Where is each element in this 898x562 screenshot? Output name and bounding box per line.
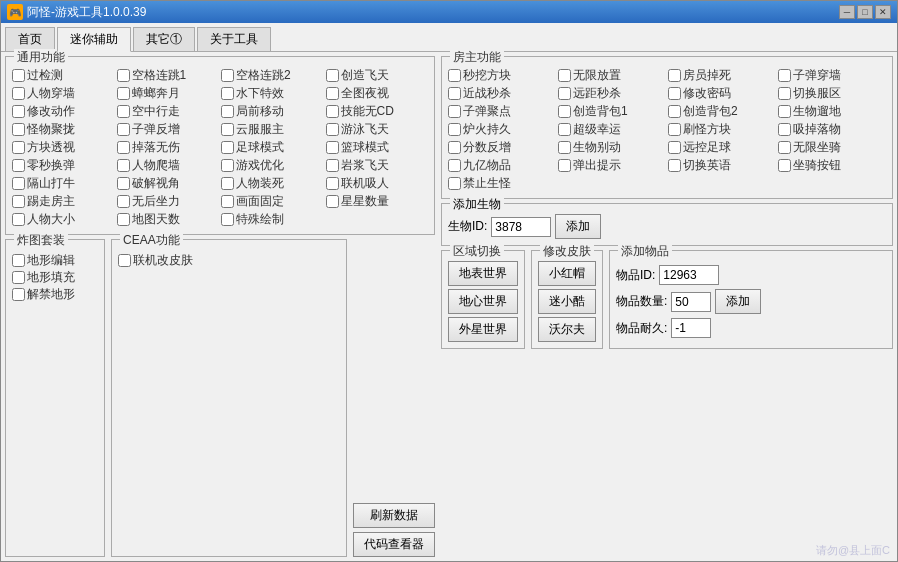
cb-quantuangyeshi[interactable]	[326, 87, 339, 100]
cb-wuxianzuoji[interactable]	[778, 141, 791, 154]
refresh-button[interactable]: 刷新数据	[353, 503, 435, 528]
cb-miaowafangkuai[interactable]	[448, 69, 461, 82]
cb-jiuyi-wupin[interactable]	[448, 159, 461, 172]
cb-jiejindixing[interactable]	[12, 288, 25, 301]
maximize-button[interactable]: □	[857, 5, 873, 19]
cb-zidanchuanqiang[interactable]	[778, 69, 791, 82]
tab-about[interactable]: 关于工具	[197, 27, 271, 51]
checkbox-chuangzaobao1: 创造背包1	[558, 103, 666, 120]
tab-bar: 首页 迷你辅助 其它① 关于工具	[1, 23, 897, 52]
cb-renwuchuanqiang[interactable]	[12, 87, 25, 100]
cb-yunfuwuzhu[interactable]	[221, 123, 234, 136]
region-underground-button[interactable]: 地心世界	[448, 289, 518, 314]
cb-zidanfanzeng[interactable]	[117, 123, 130, 136]
cb-guaiwujulou[interactable]	[12, 123, 25, 136]
cb-chuangzaobao1[interactable]	[558, 105, 571, 118]
skin-wolfu-button[interactable]: 沃尔夫	[538, 317, 596, 342]
checkbox-yuankong-zuqiu: 远控足球	[668, 139, 776, 156]
code-viewer-button[interactable]: 代码查看器	[353, 532, 435, 557]
checkbox-jinzhanmiaosha: 近战秒杀	[448, 85, 556, 102]
cb-kongzhongxingzou[interactable]	[117, 105, 130, 118]
cb-konggeti1[interactable]	[117, 69, 130, 82]
cb-wuxianfangzhi[interactable]	[558, 69, 571, 82]
cb-shuixiatexiao[interactable]	[221, 87, 234, 100]
cb-zhanglanbengyue[interactable]	[117, 87, 130, 100]
cb-luhuo-jijiu[interactable]	[448, 123, 461, 136]
region-surface-button[interactable]: 地表世界	[448, 261, 518, 286]
skin-xiaohongmao-button[interactable]: 小红帽	[538, 261, 596, 286]
minimize-button[interactable]: ─	[839, 5, 855, 19]
tab-home[interactable]: 首页	[5, 27, 55, 51]
creature-id-input[interactable]	[491, 217, 551, 237]
add-creature-button[interactable]: 添加	[555, 214, 601, 239]
cb-teshuhuizhi[interactable]	[221, 213, 234, 226]
cb-tizouzhuzhu[interactable]	[12, 195, 25, 208]
cb-chaoji-xingyun[interactable]	[558, 123, 571, 136]
tab-mini-assist[interactable]: 迷你辅助	[57, 27, 131, 52]
cb-zuoji-anniu[interactable]	[778, 159, 791, 172]
cb-pojiesijiao[interactable]	[117, 177, 130, 190]
cb-geshandaniu[interactable]	[12, 177, 25, 190]
cb-fangyuandiaosi[interactable]	[668, 69, 681, 82]
cb-jinzhanmiaosha[interactable]	[448, 87, 461, 100]
item-id-input[interactable]	[659, 265, 719, 285]
cb-xi-diaoluowu[interactable]	[778, 123, 791, 136]
cb-lianjiigaipifu[interactable]	[118, 254, 131, 267]
close-button[interactable]: ✕	[875, 5, 891, 19]
cb-yuanjumiaosha[interactable]	[558, 87, 571, 100]
creature-id-label: 生物ID:	[448, 218, 487, 235]
cb-dixingtianchong[interactable]	[12, 271, 25, 284]
cb-shuaguai-fangkuai[interactable]	[668, 123, 681, 136]
cb-tanchu-tishi[interactable]	[558, 159, 571, 172]
region-alien-button[interactable]: 外星世界	[448, 317, 518, 342]
bomb-group-title: 炸图套装	[14, 232, 68, 249]
cb-shengwusoudi[interactable]	[778, 105, 791, 118]
checkbox-diaoluowushang: 掉落无伤	[117, 139, 220, 156]
skin-mixiaoku-button[interactable]: 迷小酷	[538, 289, 596, 314]
checkbox-lianjiixiren: 联机吸人	[326, 175, 429, 192]
add-creature-section: 添加生物 生物ID: 添加	[441, 203, 893, 246]
bomb-group: 炸图套装 地形编辑 地形填充 解禁地形	[5, 239, 105, 557]
cb-renwuzhuangsi[interactable]	[221, 177, 234, 190]
cb-ditutianshi[interactable]	[117, 213, 130, 226]
cb-yanjiangfeitai[interactable]	[326, 159, 339, 172]
cb-renwupaiqiang[interactable]	[117, 159, 130, 172]
cb-diaoluowushang[interactable]	[117, 141, 130, 154]
cb-xingxingshuliang[interactable]	[326, 195, 339, 208]
cb-qiehuan-yingyu[interactable]	[668, 159, 681, 172]
cb-zuqiumoshi[interactable]	[221, 141, 234, 154]
cb-qiehuan-fuqu[interactable]	[778, 87, 791, 100]
cb-yuankong-zuqiu[interactable]	[668, 141, 681, 154]
checkbox-tanchu-tishi: 弹出提示	[558, 157, 666, 174]
cb-chuangzaofeitai[interactable]	[326, 69, 339, 82]
cb-youyongfeitai[interactable]	[326, 123, 339, 136]
checkbox-jinengwucd: 技能无CD	[326, 103, 429, 120]
cb-xiugaimima[interactable]	[668, 87, 681, 100]
checkbox-luhuo-jijiu: 炉火持久	[448, 121, 556, 138]
cb-jingzhishengguai[interactable]	[448, 177, 461, 190]
cb-shengwubiiedong[interactable]	[558, 141, 571, 154]
cb-lingmiaohuandan[interactable]	[12, 159, 25, 172]
cb-lianjiixiren[interactable]	[326, 177, 339, 190]
cb-wuhoulizhuo[interactable]	[117, 195, 130, 208]
cb-chuangzaobao2[interactable]	[668, 105, 681, 118]
tab-other[interactable]: 其它①	[133, 27, 195, 51]
cb-dixingbianji[interactable]	[12, 254, 25, 267]
cb-lanqiumoshi[interactable]	[326, 141, 339, 154]
cb-huamianfixed[interactable]	[221, 195, 234, 208]
cb-renwudaxiao[interactable]	[12, 213, 25, 226]
cb-juqiangyidong[interactable]	[221, 105, 234, 118]
cb-xiugaidongzuo[interactable]	[12, 105, 25, 118]
cb-konggeti2[interactable]	[221, 69, 234, 82]
checkbox-shengwubiiedong: 生物别动	[558, 139, 666, 156]
cb-fangkuaitoushi[interactable]	[12, 141, 25, 154]
cb-zidanjudian[interactable]	[448, 105, 461, 118]
cb-jinengwucd[interactable]	[326, 105, 339, 118]
item-count-input[interactable]	[671, 292, 711, 312]
add-item-button[interactable]: 添加	[715, 289, 761, 314]
item-dura-label: 物品耐久:	[616, 320, 667, 337]
cb-fenshufanzeng[interactable]	[448, 141, 461, 154]
cb-guojiance[interactable]	[12, 69, 25, 82]
item-dura-input[interactable]	[671, 318, 711, 338]
cb-youxiyouhua[interactable]	[221, 159, 234, 172]
